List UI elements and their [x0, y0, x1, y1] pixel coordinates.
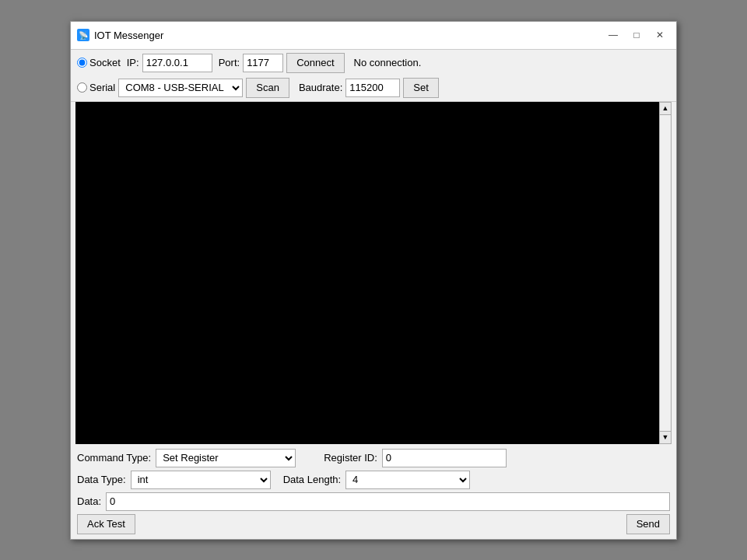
- serial-toolbar: Serial COM8 - USB-SERIAL CH3 Scan Baudra…: [71, 76, 676, 102]
- close-button[interactable]: ✕: [650, 26, 670, 44]
- serial-label: Serial: [89, 82, 115, 93]
- data-length-select[interactable]: 4: [345, 471, 470, 489]
- maximize-button[interactable]: □: [626, 26, 647, 44]
- socket-radio[interactable]: [77, 58, 87, 68]
- command-row: Command Type: Set Register Register ID:: [77, 449, 670, 467]
- command-type-label: Command Type:: [77, 452, 151, 464]
- data-type-select[interactable]: int: [131, 471, 271, 489]
- main-window: 📡 IOT Messenger — □ ✕ Socket IP: Port: C…: [70, 21, 677, 540]
- action-row: Ack Test Send: [77, 514, 670, 534]
- baudrate-input[interactable]: [345, 79, 400, 97]
- command-type-select[interactable]: Set Register: [156, 449, 296, 467]
- connection-status: No connection.: [354, 57, 422, 68]
- com-port-select[interactable]: COM8 - USB-SERIAL CH3: [118, 79, 243, 97]
- scan-button[interactable]: Scan: [246, 78, 289, 98]
- data-row: Data:: [77, 492, 670, 511]
- serial-radio[interactable]: [77, 82, 87, 93]
- baudrate-label: Baudrate:: [299, 82, 342, 93]
- scroll-track: [660, 115, 671, 431]
- set-button[interactable]: Set: [403, 78, 439, 98]
- connect-button[interactable]: Connect: [286, 53, 344, 73]
- bottom-panel: Command Type: Set Register Register ID: …: [71, 444, 676, 539]
- terminal-display: [75, 102, 659, 444]
- port-input[interactable]: [243, 54, 283, 72]
- data-type-label: Data Type:: [77, 474, 126, 485]
- data-length-label: Data Length:: [283, 474, 341, 485]
- socket-radio-label[interactable]: Socket: [77, 57, 121, 68]
- window-title: IOT Messenger: [94, 30, 603, 41]
- ip-input[interactable]: [142, 54, 212, 72]
- ip-label: IP:: [127, 57, 139, 68]
- data-type-row: Data Type: int Data Length: 4: [77, 471, 670, 489]
- data-input[interactable]: [106, 492, 670, 511]
- socket-toolbar: Socket IP: Port: Connect No connection.: [71, 50, 676, 76]
- scroll-up-button[interactable]: ▲: [660, 103, 671, 115]
- scroll-down-button[interactable]: ▼: [660, 431, 671, 443]
- minimize-button[interactable]: —: [603, 26, 623, 44]
- title-bar: 📡 IOT Messenger — □ ✕: [71, 22, 676, 50]
- terminal-wrapper: ▲ ▼: [75, 102, 672, 444]
- port-label: Port:: [219, 57, 240, 68]
- data-label: Data:: [77, 495, 101, 507]
- register-id-label: Register ID:: [324, 452, 377, 464]
- send-button[interactable]: Send: [626, 514, 670, 534]
- app-icon: 📡: [77, 29, 89, 41]
- terminal-scrollbar: ▲ ▼: [659, 102, 672, 444]
- serial-radio-label[interactable]: Serial: [77, 82, 115, 93]
- window-controls: — □ ✕: [603, 26, 670, 44]
- ack-test-button[interactable]: Ack Test: [77, 514, 135, 534]
- register-id-input[interactable]: [382, 449, 507, 467]
- socket-label: Socket: [89, 57, 121, 68]
